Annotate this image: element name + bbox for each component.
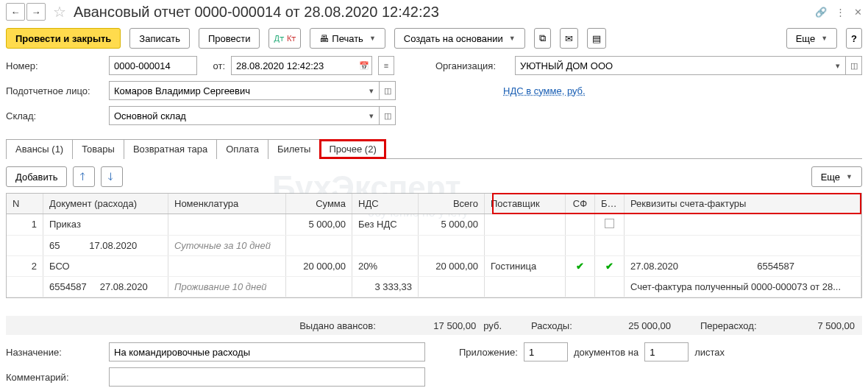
cell-nom-sub: Проживание 10 дней	[168, 277, 286, 297]
checkbox-icon	[605, 219, 614, 228]
move-up-button[interactable]: 🡑	[73, 166, 95, 187]
person-open-icon[interactable]: ◫	[380, 81, 396, 100]
link-icon[interactable]: 🔗	[815, 7, 827, 18]
favorite-star-icon[interactable]: ☆	[53, 3, 66, 21]
add-row-button[interactable]: Добавить	[6, 166, 67, 187]
warehouse-dropdown-icon[interactable]: ▾	[363, 106, 380, 125]
issued-value: 17 500,00	[395, 320, 476, 331]
toolbar-icon-3[interactable]: ▤	[587, 28, 606, 49]
panel-more-button[interactable]: Еще▼	[811, 166, 862, 187]
table-row-sub[interactable]: 65 17.08.2020 Суточные за 10 дней	[7, 236, 861, 256]
docs-on-label: документов на	[574, 347, 638, 358]
number-label: Номер:	[6, 60, 103, 71]
tabs: Авансы (1) Товары Возвратная тара Оплата…	[6, 138, 862, 159]
table-row[interactable]: 2 БСО 20 000,00 20% 20 000,00 Гостиница …	[7, 256, 861, 277]
date-extra-button[interactable]: ≡	[378, 56, 394, 75]
comment-field[interactable]	[109, 367, 425, 387]
cell-n: 1	[7, 214, 43, 235]
col-total[interactable]: Всего	[419, 194, 485, 214]
table-row-sub[interactable]: 6554587 27.08.2020 Проживание 10 дней 3 …	[7, 277, 861, 297]
forward-button[interactable]: →	[26, 3, 46, 21]
cell-req	[625, 214, 861, 235]
col-doc[interactable]: Документ (расхода)	[43, 194, 168, 214]
sheets-field[interactable]	[644, 342, 689, 361]
grid-header: N Документ (расхода) Номенклатура Сумма …	[7, 194, 861, 214]
cell-doc-sub: 6554587 27.08.2020	[43, 277, 168, 297]
save-button[interactable]: Записать	[129, 28, 190, 49]
tab-tickets[interactable]: Билеты	[268, 139, 320, 159]
close-icon[interactable]: ✕	[854, 7, 862, 18]
footer-form: Назначение: Приложение: документов на ли…	[0, 342, 868, 388]
over-label: Перерасход:	[700, 320, 766, 331]
cell-total: 5 000,00	[419, 214, 485, 235]
help-button[interactable]: ?	[846, 28, 862, 49]
cell-nds: Без НДС	[352, 214, 419, 235]
col-nds[interactable]: НДС	[352, 194, 419, 214]
cell-bso[interactable]	[595, 214, 625, 235]
move-down-button[interactable]: 🡓	[101, 166, 123, 187]
back-button[interactable]: ←	[6, 3, 25, 21]
col-n[interactable]: N	[7, 194, 43, 214]
tab-returns[interactable]: Возвратная тара	[124, 139, 217, 159]
print-button[interactable]: 🖶Печать▼	[310, 28, 385, 49]
tab-goods[interactable]: Товары	[72, 139, 124, 159]
person-label: Подотчетное лицо:	[6, 85, 103, 96]
dt-kt-button[interactable]: ДᴛКᴛ	[268, 28, 301, 49]
col-nom[interactable]: Номенклатура	[168, 194, 286, 214]
page-title: Авансовый отчет 0000-000014 от 28.08.202…	[74, 4, 439, 21]
cell-req: 27.08.2020 6554587	[625, 256, 861, 276]
org-field[interactable]	[515, 56, 830, 75]
cell-sum: 5 000,00	[286, 214, 352, 235]
col-bso[interactable]: БСО	[595, 194, 625, 214]
cell-n: 2	[7, 256, 43, 276]
menu-dots-icon[interactable]: ⋮	[836, 7, 845, 18]
cell-nds: 20%	[352, 256, 419, 276]
grid: N Документ (расхода) Номенклатура Сумма …	[6, 193, 862, 298]
warehouse-label: Склад:	[6, 110, 103, 121]
col-req[interactable]: Реквизиты счета-фактуры	[625, 194, 861, 214]
cell-doc: Приказ	[43, 214, 168, 235]
person-dropdown-icon[interactable]: ▾	[363, 81, 380, 100]
toolbar-icon-2[interactable]: ✉	[560, 28, 578, 49]
table-row[interactable]: 1 Приказ 5 000,00 Без НДС 5 000,00	[7, 214, 861, 236]
org-open-icon[interactable]: ◫	[846, 56, 862, 75]
org-dropdown-icon[interactable]: ▾	[830, 56, 846, 75]
tab-advances[interactable]: Авансы (1)	[6, 139, 73, 159]
cell-sf-check[interactable]: ✔	[566, 256, 595, 276]
vat-link[interactable]: НДС в сумме, руб.	[503, 85, 586, 96]
date-field[interactable]	[231, 56, 356, 75]
attach-count-field[interactable]	[524, 342, 568, 361]
post-and-close-button[interactable]: Провести и закрыть	[6, 28, 121, 49]
cell-total: 20 000,00	[419, 256, 485, 276]
calendar-icon[interactable]: 📅	[356, 56, 372, 75]
issued-label: Выдано авансов:	[299, 320, 388, 331]
warehouse-field[interactable]	[109, 106, 363, 125]
cell-supplier	[485, 214, 566, 235]
col-sum[interactable]: Сумма	[286, 194, 352, 214]
cell-supplier: Гостиница	[485, 256, 566, 276]
tab-other[interactable]: Прочее (2)	[319, 139, 385, 159]
post-button[interactable]: Провести	[199, 28, 260, 49]
cell-bso-check[interactable]: ✔	[595, 256, 625, 276]
col-supplier[interactable]: Поставщик	[485, 194, 566, 214]
main-toolbar: Провести и закрыть Записать Провести ДᴛК…	[0, 27, 868, 56]
purpose-field[interactable]	[109, 342, 425, 361]
cell-req-doc: Счет-фактура полученный 0000-000073 от 2…	[625, 277, 861, 297]
number-field[interactable]	[109, 56, 197, 75]
cell-sum: 20 000,00	[286, 256, 352, 276]
sheets-label: листах	[694, 347, 725, 358]
date-label: от:	[203, 60, 225, 71]
person-field[interactable]	[109, 81, 363, 100]
tab-payment[interactable]: Оплата	[216, 139, 268, 159]
cell-nds-amt: 3 333,33	[352, 277, 419, 297]
more-button[interactable]: Еще▼	[786, 28, 837, 49]
warehouse-open-icon[interactable]: ◫	[380, 106, 396, 125]
toolbar-icon-1[interactable]: ⧉	[534, 28, 551, 49]
col-sf[interactable]: СФ	[566, 194, 595, 214]
create-based-button[interactable]: Создать на основании▼	[394, 28, 525, 49]
titlebar: ← → ☆ Авансовый отчет 0000-000014 от 28.…	[0, 0, 868, 27]
currency: руб.	[483, 320, 502, 331]
attach-label: Приложение:	[459, 347, 518, 358]
comment-label: Комментарий:	[6, 372, 103, 383]
org-label: Организация:	[435, 60, 509, 71]
